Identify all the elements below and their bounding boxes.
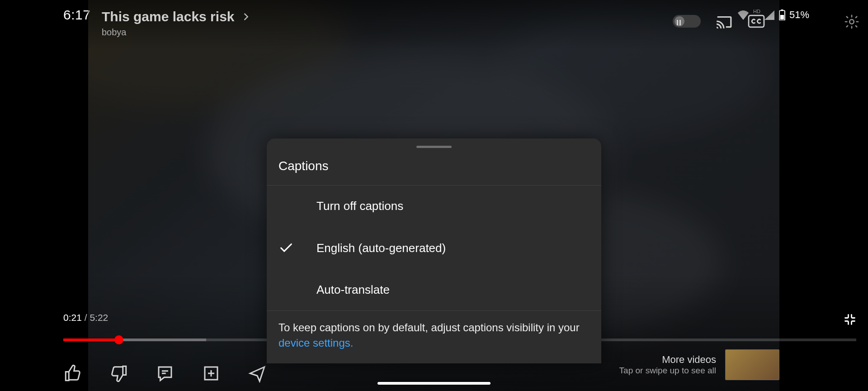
svg-rect-1: [781, 10, 783, 10]
captions-button[interactable]: [747, 12, 766, 31]
more-videos-subtitle: Tap or swipe up to see all: [619, 366, 716, 376]
battery-icon: [778, 10, 786, 20]
chevron-right-icon: [241, 12, 251, 22]
captions-option-label: Turn off captions: [316, 199, 403, 213]
svg-rect-4: [749, 15, 764, 27]
captions-option-english-auto[interactable]: English (auto-generated): [267, 227, 601, 269]
dislike-button[interactable]: [109, 364, 128, 383]
more-videos-thumbnail: [725, 349, 779, 380]
like-button[interactable]: [63, 364, 82, 383]
captions-sheet: Captions Turn off captions English (auto…: [267, 138, 601, 363]
captions-option-auto-translate[interactable]: Auto-translate: [267, 269, 601, 310]
captions-footer: To keep captions on by default, adjust c…: [267, 311, 601, 363]
captions-option-label: English (auto-generated): [316, 241, 446, 255]
check-icon: [278, 240, 294, 256]
svg-rect-2: [780, 15, 784, 19]
video-title: This game lacks risk: [102, 9, 235, 24]
action-bar: [63, 364, 267, 383]
status-bar-time: 6:17: [63, 7, 90, 23]
exit-fullscreen-button[interactable]: [844, 313, 856, 326]
autoplay-toggle[interactable]: [673, 15, 701, 28]
share-button[interactable]: [248, 364, 267, 383]
player-header: This game lacks risk bobya: [88, 0, 779, 50]
video-title-row[interactable]: This game lacks risk: [102, 9, 251, 24]
duration: 5:22: [90, 312, 108, 323]
more-videos-title: More videos: [619, 354, 716, 366]
svg-point-3: [849, 19, 854, 24]
captions-option-label: Auto-translate: [316, 283, 390, 297]
app-frame: 6:17 HD 51% This game lacks risk bobya: [0, 0, 868, 391]
captions-heading: Captions: [267, 148, 601, 185]
seek-thumb[interactable]: [114, 335, 123, 344]
captions-option-turn-off[interactable]: Turn off captions: [267, 186, 601, 227]
pause-icon: [677, 18, 681, 25]
time-display: 0:21 / 5:22: [63, 312, 108, 323]
device-settings-link[interactable]: device settings.: [278, 337, 353, 349]
more-videos[interactable]: More videos Tap or swipe up to see all: [619, 349, 779, 380]
current-time: 0:21: [63, 312, 82, 323]
navigation-gesture-bar[interactable]: [377, 382, 491, 385]
channel-name: bobya: [102, 27, 251, 38]
comments-button[interactable]: [156, 364, 175, 383]
settings-button[interactable]: [844, 14, 860, 30]
save-button[interactable]: [202, 364, 221, 383]
cast-button[interactable]: [714, 12, 733, 31]
battery-percent: 51%: [789, 9, 809, 21]
